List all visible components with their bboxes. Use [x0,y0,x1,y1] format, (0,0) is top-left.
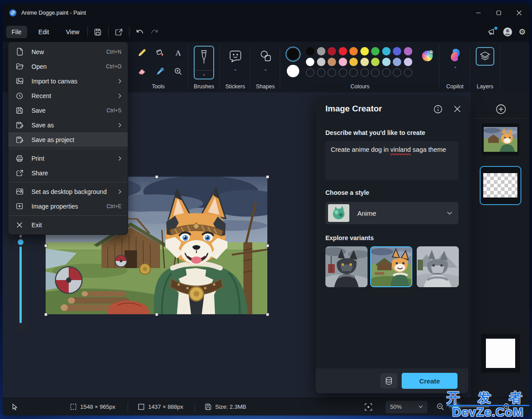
selection-handle[interactable] [44,313,47,316]
vertical-slider[interactable] [14,220,27,332]
copilot-button[interactable]: ⌄ [447,48,463,69]
layers-button[interactable] [476,47,494,66]
file-menu-save-as[interactable]: Save as [8,118,128,132]
close-button[interactable] [509,4,529,22]
fill-tool[interactable] [153,46,168,59]
selection-handle[interactable] [266,175,269,178]
feedback-icon[interactable] [488,28,497,36]
color-swatch[interactable] [382,68,391,77]
file-menu-save-as-project[interactable]: Save as project [8,132,128,147]
color-picker-tool[interactable] [153,65,168,78]
selection-handle[interactable] [266,313,269,316]
file-menu-import-to-canvas[interactable]: Import to canvas [8,74,128,88]
color-swatch[interactable] [404,47,412,55]
credits-icon[interactable] [380,373,397,388]
variant-thumbnail-3[interactable] [417,246,459,287]
edit-colours-wheel-icon[interactable] [421,50,434,62]
file-menu-save[interactable]: Save Ctrl+S [8,103,128,118]
layer-thumbnail-2-selected[interactable] [480,166,521,205]
file-menu-open[interactable]: Open Ctrl+O [8,59,128,74]
file-menu-set-as-desktop-background[interactable]: Set as desktop background [8,184,128,199]
clock-icon [15,92,24,99]
menu-edit[interactable]: Edit [33,26,55,38]
file-menu-new[interactable]: New Ctrl+N [8,44,128,59]
selection-handle[interactable] [44,244,47,247]
stickers-button[interactable]: ⌄ [227,49,244,71]
file-menu-dropdown: New Ctrl+N Open Ctrl+O Import to canvas … [8,42,128,235]
file-menu-image-properties[interactable]: Image properties Ctrl+E [8,199,128,213]
transparent-layer-preview [483,173,517,198]
selection-handle[interactable] [266,244,269,247]
color-swatch[interactable] [328,58,336,66]
menu-file[interactable]: File [6,26,27,38]
color-swatch[interactable] [360,47,369,55]
chevron-down-icon: ⌄ [454,64,457,69]
color-swatch[interactable] [317,68,325,77]
color-swatch[interactable] [393,47,401,55]
variant-thumbnail-1[interactable] [325,246,368,287]
color-swatch[interactable] [349,47,358,55]
zoom-dropdown[interactable]: 50% [386,401,427,413]
magnifier-tool[interactable] [171,65,186,78]
color-swatch[interactable] [339,68,347,77]
eraser-tool[interactable] [134,65,149,78]
color-swatch[interactable] [360,68,369,77]
undo-icon[interactable] [132,25,147,39]
shapes-button[interactable]: ⌄ [257,49,274,71]
color-swatch[interactable] [328,47,336,55]
selection-handle[interactable] [155,175,158,178]
zoom-out-icon[interactable] [437,403,444,411]
color-swatch[interactable] [349,68,358,77]
file-menu-exit[interactable]: Exit [8,217,128,232]
color-swatch[interactable] [306,47,314,55]
color-swatch[interactable] [404,68,412,77]
prompt-textarea[interactable]: Create anime dog in vinland saga theme [325,141,458,180]
share-icon[interactable] [111,25,126,39]
text-tool[interactable]: A [171,46,186,59]
selection-handle[interactable] [155,313,158,316]
save-icon[interactable] [90,25,106,39]
color-swatch[interactable] [306,58,314,66]
add-layer-button[interactable] [496,104,506,115]
color-swatch[interactable] [404,58,412,66]
settings-gear-icon[interactable]: ⚙ [519,28,526,36]
secondary-colour-swatch[interactable] [287,65,299,77]
layer-thumbnail-1[interactable] [482,123,519,155]
color-swatch[interactable] [393,68,401,77]
redo-icon[interactable] [147,25,162,39]
file-menu-print[interactable]: Print [8,151,128,166]
color-swatch[interactable] [339,47,347,55]
menu-view[interactable]: View [61,26,85,38]
color-swatch[interactable] [339,58,347,66]
file-menu-share[interactable]: Share [8,166,128,180]
variant-thumbnail-2-selected[interactable] [370,246,412,287]
minimize-button[interactable] [468,4,489,22]
background-layer-thumbnail[interactable] [481,334,520,373]
color-swatch[interactable] [317,58,325,66]
account-avatar[interactable] [503,27,512,37]
brushes-button[interactable]: ⌄ [194,46,214,79]
color-swatch[interactable] [371,47,379,55]
maximize-button[interactable] [489,4,509,22]
color-swatch[interactable] [306,68,314,77]
zoom-fit-icon[interactable] [364,403,372,411]
create-button[interactable]: Create [402,373,458,389]
color-swatch[interactable] [317,47,325,55]
color-swatch[interactable] [382,47,391,55]
color-swatch[interactable] [328,68,336,77]
paint-window: Anime Dogge.paint - Paint File Edit View [3,4,529,415]
style-dropdown[interactable]: Anime [325,202,458,224]
color-swatch[interactable] [371,58,379,66]
file-menu-recent[interactable]: Recent [8,88,128,103]
color-swatch[interactable] [382,58,391,66]
color-swatch[interactable] [360,58,369,66]
close-panel-icon[interactable] [454,105,461,113]
color-swatch[interactable] [349,58,358,66]
primary-colour-swatch[interactable] [286,47,301,62]
color-swatch[interactable] [393,58,401,66]
pencil-tool[interactable] [134,46,149,59]
slider-thumb[interactable] [16,237,25,247]
watermark: 开 发 者 DevZe.CoM [446,391,529,419]
color-swatch[interactable] [371,68,379,77]
info-icon[interactable] [434,105,442,114]
